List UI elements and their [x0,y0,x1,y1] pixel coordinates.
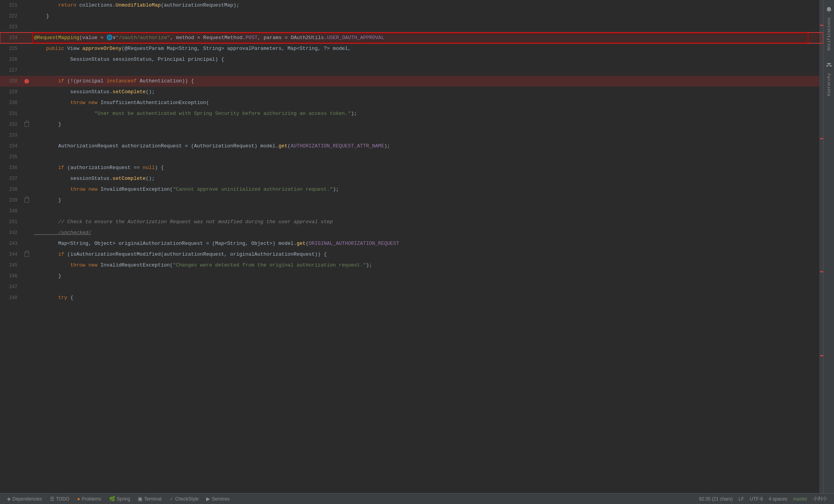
line-number-246: 246 [0,273,21,279]
line-number-237: 237 [0,176,21,181]
branch: master [793,496,807,502]
token: return [58,2,76,8]
notifications-icon[interactable] [825,6,833,14]
code-line-237: 237 sessionStatus.setComplete(); [0,173,823,184]
svg-line-5 [829,65,831,65]
checkstyle-item[interactable]: ✓ CheckStyle [166,494,203,504]
line-content-246: } [32,271,823,282]
token: } [34,273,61,279]
line-number-228: 228 [0,79,21,84]
token: AuthorizationRequest authorizationReques… [34,143,279,149]
code-line-243: 243 Map<String, Object> originalAuthoriz… [0,238,823,249]
problems-label: Problems [82,496,101,502]
line-content-245: throw new InvalidRequestException("Chang… [32,260,823,271]
token: ORIGINAL_AUTHORIZATION_REQUEST [309,241,399,246]
services-item[interactable]: ▶ Services [202,494,233,504]
line-number-229: 229 [0,89,21,95]
checkstyle-icon: ✓ [169,496,174,502]
token [34,100,70,106]
code-line-231: 231 "User must be authenticated with Spr… [0,108,823,119]
token: { [67,295,73,301]
line-number-222: 222 [0,14,21,19]
code-line-246: 246 } [0,271,823,282]
code-line-241: 241 // Check to ensure the Authorization… [0,217,823,227]
code-line-247: 247 [0,282,823,292]
code-line-239: 239 } [0,195,823,206]
line-number-247: 247 [0,284,21,290]
token [34,262,70,268]
code-line-222: 222 } [0,11,823,22]
hierarchy-tab[interactable]: Hierarchy [826,70,832,99]
token: setComplete [113,89,146,95]
token: @RequestMapping [34,35,79,41]
token [34,2,58,8]
line-number-241: 241 [0,219,21,225]
line-number-230: 230 [0,100,21,106]
line-number-234: 234 [0,144,21,149]
dependencies-item[interactable]: ◈ Dependencies [3,494,46,504]
code-line-224: 224@RequestMapping(value = 🌐∨"/oauth/aut… [0,32,823,43]
right-sidebar: Notifications Hierarchy [823,0,834,493]
notifications-tab[interactable]: Notifications [826,14,832,54]
todo-icon: ☰ [50,496,55,502]
lock-icon [24,252,29,257]
hierarchy-icon[interactable] [825,62,833,69]
token [34,111,94,116]
line-content-224: @RequestMapping(value = 🌐∨"/oauth/author… [32,32,823,43]
token: collections. [76,2,115,8]
line-content-229: sessionStatus.setComplete(); [32,87,823,97]
line-number-242: 242 [0,230,21,236]
token: , method = RequestMethod. [170,35,246,41]
cursor-position: 92:35 (21 chars) [699,496,733,502]
spring-item[interactable]: 🌿 Spring [105,494,134,504]
line-content-242: /unchecked/ [32,227,823,238]
token: } [34,197,61,203]
token: "/oauth/authorize" [116,35,170,41]
terminal-item[interactable]: ▣ Terminal [134,494,165,504]
code-line-236: 236 if (authorizationRequest == null) { [0,162,823,173]
token: (!(principal [64,78,106,84]
services-label: Services [212,496,229,502]
token: SessionStatus sessionStatus, Principal p… [34,56,224,62]
spring-icon: 🌿 [109,496,115,502]
line-content-222: } [32,11,823,22]
token: throw [70,262,85,268]
token: Map<String, Object> originalAuthorizatio… [34,241,297,246]
code-lines: 221 return collections.UnmodifiableMap(a… [0,0,823,493]
token: InvalidRequestException( [97,186,173,192]
line-content-241: // Check to ensure the Authorization Req… [32,217,823,227]
terminal-label: Terminal [144,496,161,502]
token: (); [146,89,155,95]
dependencies-icon: ◈ [7,496,11,502]
problems-item[interactable]: ● Problems [73,494,105,504]
line-content-230: throw new InsufficientAuthenticationExce… [32,97,823,108]
svg-line-4 [827,65,829,65]
code-line-244: 244 if (isAuthorizationRequestModified(a… [0,249,823,260]
line-number-221: 221 [0,3,21,8]
scroll-marker-2 [820,138,823,139]
todo-item[interactable]: ☰ TODO [46,494,73,504]
code-line-245: 245 throw new InvalidRequestException("C… [0,260,823,271]
token: POST [246,35,258,41]
line-number-235: 235 [0,154,21,160]
token: Authentication)) { [137,78,194,84]
token: "Changes were detected from the original… [173,262,366,268]
line-content-226: SessionStatus sessionStatus, Principal p… [32,54,823,65]
line-number-238: 238 [0,187,21,192]
token: /unchecked/ [34,230,91,236]
token: get [279,143,287,149]
code-line-225: 225 public View approveOrDeny(@RequestPa… [0,43,823,54]
line-icon-239 [21,198,32,203]
code-line-235: 235 [0,152,823,162]
token: (isAuthorizationRequestModified(authoriz… [64,251,327,257]
code-line-229: 229 sessionStatus.setComplete(); [0,87,823,97]
token: } [46,13,49,19]
token: public [34,46,64,51]
line-content-221: return collections.UnmodifiableMap(autho… [32,0,823,11]
token [34,186,70,192]
editor-area: 221 return collections.UnmodifiableMap(a… [0,0,834,493]
code-line-230: 230 throw new InsufficientAuthentication… [0,97,823,108]
token: ∨ [113,35,116,41]
scrollbar-track[interactable] [819,0,823,493]
token: ( [306,241,309,246]
